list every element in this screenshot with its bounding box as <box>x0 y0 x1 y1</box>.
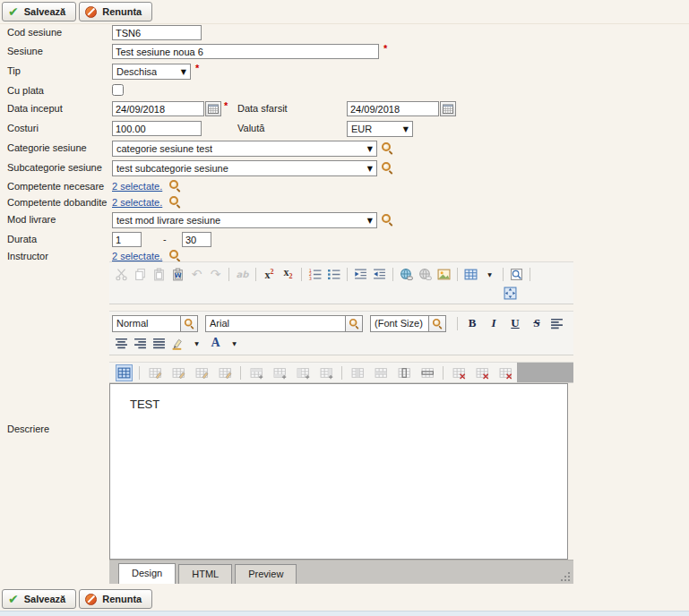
search-icon[interactable] <box>381 213 393 226</box>
calendar-icon[interactable] <box>440 101 456 116</box>
subcategorie-select[interactable]: test subcategorie sesiune ▼ <box>112 160 377 176</box>
save-button[interactable]: ✔ Salvează <box>2 589 76 609</box>
fullscreen-icon[interactable] <box>503 286 518 301</box>
toolbar-separator <box>341 366 342 380</box>
chevron-down-icon: ▼ <box>181 68 186 76</box>
outdent-icon[interactable] <box>372 267 387 282</box>
search-icon[interactable] <box>428 316 445 331</box>
cancel-button[interactable]: Renunta <box>79 2 152 21</box>
categorie-select[interactable]: categorie sesiune test ▼ <box>112 141 377 157</box>
search-icon[interactable] <box>180 316 197 331</box>
bullet-list-icon[interactable] <box>326 267 341 282</box>
tab-preview[interactable]: Preview <box>235 564 297 584</box>
underline-button[interactable]: U <box>504 316 526 330</box>
toolbar-separator <box>503 268 504 281</box>
data-sfarsit-input[interactable] <box>347 101 439 116</box>
font-color-caret-icon[interactable]: ▼ <box>227 336 242 351</box>
competente-dobandite-link[interactable]: 2 selectate. <box>112 197 162 208</box>
search-icon[interactable] <box>168 195 181 208</box>
search-icon[interactable] <box>345 316 362 331</box>
toolbar-separator <box>139 366 140 380</box>
save-button[interactable]: ✔ Salvează <box>2 2 76 21</box>
calendar-icon[interactable] <box>205 101 221 116</box>
insert-image-icon[interactable] <box>436 267 452 282</box>
numbered-list-icon[interactable]: 123 <box>307 267 323 282</box>
insert-column-left-icon <box>296 365 311 381</box>
valuta-select-value: EUR <box>351 124 372 134</box>
table-dropdown-caret-icon[interactable]: ▼ <box>482 267 497 282</box>
durata-to-input[interactable] <box>182 232 211 247</box>
font-color-icon[interactable]: A <box>208 336 223 351</box>
search-icon[interactable] <box>168 249 181 261</box>
paragraph-style-value: Normal <box>113 318 180 329</box>
data-inceput-input[interactable] <box>112 101 204 116</box>
tip-select-value: Deschisa <box>116 66 157 77</box>
align-right-icon[interactable] <box>133 336 148 351</box>
mod-livrare-select[interactable]: test mod livrare sesiune ▼ <box>112 212 377 228</box>
strikethrough-button[interactable]: S <box>526 316 547 330</box>
cu-plata-checkbox[interactable] <box>112 84 124 96</box>
checkmark-icon: ✔ <box>8 593 19 605</box>
tab-html[interactable]: HTML <box>178 564 232 584</box>
search-icon[interactable] <box>168 179 181 192</box>
costuri-label: Costuri <box>7 123 39 133</box>
highlight-caret-icon[interactable]: ▼ <box>189 336 204 351</box>
split-cell-horizontal-icon <box>397 365 412 381</box>
data-sfarsit-label: Data sfarsit <box>237 103 288 114</box>
search-icon[interactable] <box>381 141 393 154</box>
cod-sesiune-input[interactable] <box>112 25 202 40</box>
chevron-down-icon: ▼ <box>403 125 409 133</box>
italic-button[interactable]: I <box>483 316 504 330</box>
row-competente-dobandite: Competente dobandite 2 selectate. <box>0 194 689 212</box>
row-categorie: Categorie sesiune categorie sesiune test… <box>0 140 689 158</box>
editor-content-area[interactable]: TEST <box>109 383 568 560</box>
delete-row-icon <box>475 365 490 381</box>
insert-table-icon[interactable] <box>116 365 132 381</box>
preview-zoom-icon[interactable] <box>509 267 524 282</box>
durata-from-input[interactable] <box>112 232 142 247</box>
toolbar-separator <box>457 268 458 281</box>
competente-necesare-link[interactable]: 2 selectate. <box>112 181 162 192</box>
insert-table-icon[interactable] <box>463 267 478 282</box>
indent-icon[interactable] <box>353 267 368 282</box>
cancel-button[interactable]: Renunta <box>79 589 152 609</box>
align-justify-icon[interactable] <box>151 336 167 351</box>
instructor-link[interactable]: 2 selectate. <box>112 251 162 261</box>
insert-link-icon[interactable] <box>399 267 414 282</box>
save-button-label: Salvează <box>24 594 65 604</box>
sesiune-input[interactable] <box>112 44 379 59</box>
font-size-select[interactable]: (Font Size) <box>370 315 446 332</box>
cancel-button-label: Renunta <box>102 594 142 604</box>
search-icon[interactable] <box>381 161 393 174</box>
superscript-icon[interactable]: x2 <box>262 267 277 282</box>
column-properties-icon <box>218 365 233 381</box>
toolbar-separator <box>240 366 241 380</box>
editor-toolbar-table <box>109 362 573 383</box>
delete-table-icon <box>452 365 467 381</box>
row-competente-necesare: Competente necesare 2 selectate. <box>0 178 689 196</box>
tab-design[interactable]: Design <box>118 563 176 584</box>
cut-icon <box>114 267 129 282</box>
toolbar-separator <box>228 268 229 281</box>
toolbar-filler <box>517 363 573 382</box>
cod-sesiune-label: Cod sesiune <box>7 27 62 38</box>
paste-from-word-icon[interactable]: W <box>170 267 185 282</box>
costuri-input[interactable] <box>112 121 202 136</box>
row-costuri: Costuri Valută EUR ▼ <box>0 120 689 138</box>
font-name-select[interactable]: Arial <box>205 315 363 332</box>
svg-text:3: 3 <box>309 275 312 280</box>
highlight-color-icon[interactable] <box>170 336 185 351</box>
paragraph-style-select[interactable]: Normal <box>112 315 198 332</box>
toolbar-separator <box>347 268 348 281</box>
align-center-icon[interactable] <box>114 336 129 351</box>
tip-select[interactable]: Deschisa ▼ <box>112 64 191 80</box>
toolbar-separator <box>443 366 444 380</box>
bold-button[interactable]: B <box>461 316 483 330</box>
subscript-icon[interactable]: x2 <box>280 267 296 282</box>
toolbar-separator <box>392 268 393 281</box>
cancel-button-label: Renunta <box>102 6 142 17</box>
resize-grip[interactable] <box>559 570 571 582</box>
valuta-select[interactable]: EUR ▼ <box>347 121 413 137</box>
cancel-icon <box>85 594 97 605</box>
align-left-icon[interactable] <box>549 316 564 331</box>
